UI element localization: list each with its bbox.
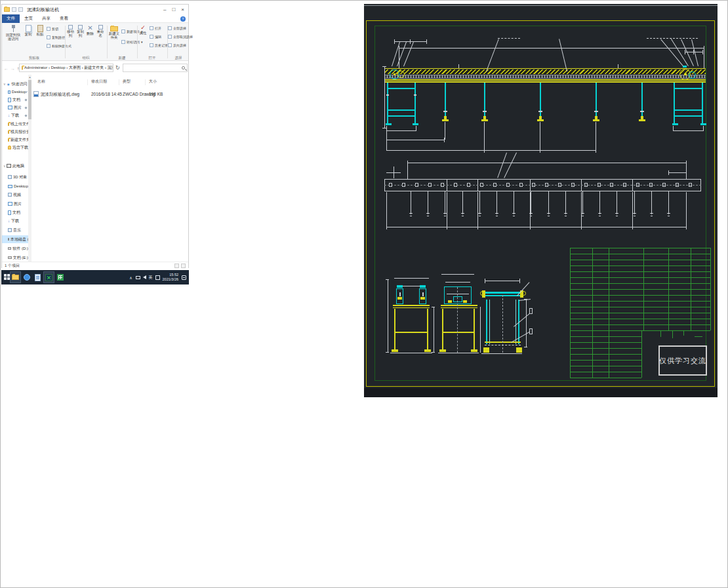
forward-button[interactable]: → bbox=[10, 66, 15, 71]
column-date[interactable]: 修改日期 bbox=[91, 79, 107, 85]
quick-access-toolbar-icon[interactable] bbox=[18, 7, 23, 12]
sidebar-item-documents[interactable]: 文档 bbox=[2, 96, 28, 104]
cad-line bbox=[443, 213, 447, 214]
language-indicator[interactable]: 英 bbox=[149, 275, 153, 281]
column-type[interactable]: 类型 bbox=[123, 79, 131, 85]
taskbar-explorer-button[interactable] bbox=[10, 272, 20, 283]
breadcrumb[interactable]: Administrator › Desktop › 大赛图 › 新建文件夹 › … bbox=[24, 65, 113, 71]
cad-line bbox=[672, 123, 678, 125]
select-none-button[interactable]: 全部取消选择 bbox=[168, 35, 193, 39]
taskbar-document-app-button[interactable] bbox=[33, 272, 43, 283]
navigation-pane: ∨★快速访问 Desktop 文档 图片 ↓下载 线上传文件 模具报价资料 新建… bbox=[2, 75, 31, 262]
cad-line bbox=[570, 254, 710, 254]
cad-line bbox=[538, 111, 542, 112]
action-center-icon[interactable] bbox=[182, 275, 186, 280]
cad-line bbox=[393, 305, 430, 306]
refresh-icon[interactable]: ↻ bbox=[115, 65, 120, 71]
thumbnail-view-button[interactable] bbox=[181, 264, 186, 268]
tab-home[interactable]: 主页 bbox=[20, 16, 37, 22]
tab-share[interactable]: 共享 bbox=[37, 16, 55, 22]
select-all-button[interactable]: 全部选择 bbox=[168, 26, 186, 30]
quick-access-toolbar-icon[interactable] bbox=[12, 7, 16, 12]
sidebar-item-pictures[interactable]: 图片 bbox=[2, 104, 28, 111]
open-button[interactable]: 打开 bbox=[150, 26, 161, 30]
cad-line bbox=[599, 216, 601, 216]
cad-line bbox=[516, 300, 516, 344]
minimize-button[interactable]: – bbox=[163, 7, 166, 12]
sidebar-item-downloads[interactable]: ↓下载 bbox=[2, 111, 28, 119]
input-method-icon[interactable] bbox=[155, 275, 160, 280]
taskbar-cad-app-button[interactable]: ✕ bbox=[44, 272, 54, 283]
copy-button[interactable]: 复制 bbox=[23, 25, 33, 36]
delete-button[interactable]: ✕删除 bbox=[85, 25, 95, 35]
taskbar-browser-button[interactable] bbox=[22, 272, 31, 283]
sidebar-item-folder[interactable]: 迅雷下载 bbox=[2, 144, 28, 151]
cad-line bbox=[570, 324, 710, 325]
taskbar-spreadsheet-app-button[interactable] bbox=[55, 272, 65, 283]
scrollbar-thumb[interactable] bbox=[28, 80, 31, 119]
cad-line bbox=[548, 191, 549, 214]
sidebar-item-music[interactable]: 音乐 bbox=[2, 226, 28, 234]
cad-line bbox=[458, 64, 459, 68]
pin-quick-access-button[interactable]: 固定到快速访问 bbox=[5, 25, 22, 41]
volume-icon[interactable] bbox=[143, 275, 146, 279]
sidebar-item-desktop[interactable]: Desktop bbox=[2, 182, 28, 190]
maximize-button[interactable]: □ bbox=[172, 7, 175, 12]
sidebar-item-folder[interactable]: 模具报价资料 bbox=[2, 128, 28, 136]
cad-line bbox=[668, 170, 669, 175]
sidebar-item-quick-access[interactable]: ∨★快速访问 bbox=[2, 80, 28, 88]
file-row[interactable]: 泥渣刮板输送机.dwg 2016/6/18 14:45 ZWCAD Drawin… bbox=[32, 90, 188, 98]
sidebar-scrollbar[interactable]: ▲ bbox=[28, 75, 31, 262]
sidebar-item-videos[interactable]: 视频 bbox=[2, 191, 28, 199]
tab-file[interactable]: 文件 bbox=[2, 14, 20, 23]
sidebar-item-pictures[interactable]: 图片 bbox=[2, 200, 28, 208]
rename-icon bbox=[98, 25, 103, 29]
cad-line bbox=[409, 213, 413, 214]
paste-button[interactable]: 粘贴 bbox=[35, 25, 45, 36]
help-icon[interactable]: ? bbox=[180, 16, 186, 22]
copy-to-button[interactable]: 复制到 bbox=[75, 25, 85, 38]
sidebar-item-desktop[interactable]: Desktop bbox=[2, 88, 28, 96]
history-button[interactable]: 历史记录 bbox=[150, 43, 168, 47]
file-date: 2016/6/18 14:45 bbox=[91, 92, 122, 96]
new-folder-button[interactable]: 新建文件夹 bbox=[108, 25, 121, 40]
sidebar-item-drive-d[interactable]: 软件 (D:) bbox=[2, 245, 28, 252]
sidebar-item-drive-e[interactable]: 文档 (E:) bbox=[2, 254, 28, 262]
display-icon[interactable] bbox=[136, 276, 140, 279]
sidebar-item-documents[interactable]: 文档 bbox=[2, 208, 28, 216]
sidebar-item-this-pc[interactable]: ∨此电脑 bbox=[2, 162, 28, 170]
breadcrumb-box[interactable]: Administrator › Desktop › 大赛图 › 新建文件夹 › … bbox=[19, 64, 113, 72]
cad-line bbox=[672, 330, 673, 338]
scroll-up-icon[interactable]: ▲ bbox=[28, 75, 31, 79]
sidebar-item-folder[interactable]: 新建文件夹 bbox=[2, 136, 28, 144]
cad-line bbox=[496, 216, 498, 216]
cad-line bbox=[397, 71, 405, 78]
cad-line bbox=[526, 299, 527, 347]
address-dropdown-icon[interactable]: ∨ bbox=[109, 66, 111, 70]
tab-view[interactable]: 查看 bbox=[55, 16, 73, 22]
sidebar-item-folder[interactable]: 线上传文件 bbox=[2, 120, 28, 128]
move-to-button[interactable]: 移动到 bbox=[66, 25, 75, 38]
cad-line bbox=[478, 213, 481, 214]
search-input[interactable] bbox=[123, 64, 188, 72]
start-button[interactable] bbox=[4, 274, 7, 277]
sidebar-item-local-disk-c[interactable]: 本地磁盘 (C:) bbox=[2, 235, 28, 243]
cut-button[interactable]: 剪切 bbox=[47, 27, 58, 31]
cad-line bbox=[382, 66, 386, 67]
sidebar-item-3d-objects[interactable]: 3D 对象 bbox=[2, 173, 28, 181]
cad-line bbox=[394, 167, 394, 178]
cad-viewport[interactable]: 仅供学习交流 bbox=[364, 4, 718, 397]
sidebar-item-downloads[interactable]: ↓下载 bbox=[2, 217, 28, 225]
column-name[interactable]: 名称 bbox=[37, 79, 45, 85]
back-button[interactable]: ← bbox=[4, 66, 9, 71]
invert-selection-button[interactable]: 反向选择 bbox=[168, 43, 186, 47]
column-size[interactable]: 大小 bbox=[149, 79, 157, 85]
close-button[interactable]: × bbox=[181, 7, 184, 12]
copy-path-button[interactable]: 复制路径 bbox=[47, 35, 65, 39]
details-view-button[interactable] bbox=[174, 264, 179, 268]
properties-button[interactable]: ✓属性 bbox=[138, 25, 148, 35]
rename-button[interactable]: 重命名 bbox=[95, 25, 106, 38]
tray-expand-icon[interactable]: ∧ bbox=[129, 275, 132, 280]
edit-button[interactable]: 编辑 bbox=[150, 35, 161, 39]
taskbar-clock[interactable]: 15:52 2021/3/26 bbox=[163, 273, 178, 281]
